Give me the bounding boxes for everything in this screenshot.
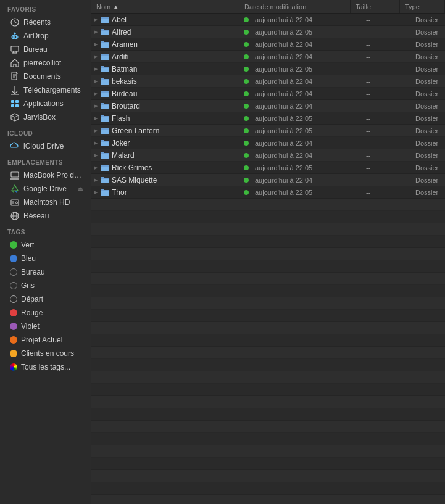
file-type: Dossier xyxy=(412,28,445,36)
file-name-col: Alfred xyxy=(112,28,241,36)
column-type[interactable]: Type xyxy=(400,0,445,13)
status-dot xyxy=(244,30,249,35)
sidebar-item-macintosh-hd[interactable]: Macintosh HD xyxy=(2,196,88,209)
expand-arrow[interactable]: ▶ xyxy=(91,104,100,109)
expand-arrow[interactable]: ▶ xyxy=(91,190,100,195)
file-name-col: Joker xyxy=(112,139,241,147)
column-nom[interactable]: Nom ▲ xyxy=(91,0,239,13)
empty-row xyxy=(91,445,445,458)
expand-arrow[interactable]: ▶ xyxy=(91,79,100,84)
svg-marker-7 xyxy=(14,32,16,34)
file-name: Arditi xyxy=(112,52,128,61)
svg-point-5 xyxy=(14,36,15,38)
sidebar-item-documents[interactable]: Documents xyxy=(2,70,88,83)
expand-arrow[interactable]: ▶ xyxy=(91,178,100,183)
file-date: aujourd'hui à 22:04 xyxy=(251,53,362,60)
sidebar-item-macbook[interactable]: MacBook Pro de Pi... xyxy=(2,168,88,182)
file-size: -- xyxy=(362,65,412,73)
table-row[interactable]: ▶SAS Miquetteaujourd'hui à 22:04--Dossie… xyxy=(91,174,445,186)
file-name-col: Rick Grimes xyxy=(112,163,241,172)
table-row[interactable]: ▶Thoraujourd'hui à 22:05--Dossier xyxy=(91,186,445,199)
table-row[interactable]: ▶Batmanaujourd'hui à 22:05--Dossier xyxy=(91,63,445,75)
file-name-col: Birdeau xyxy=(112,89,241,98)
file-date: aujourd'hui à 22:04 xyxy=(251,139,362,147)
sidebar-item-bureau[interactable]: Bureau xyxy=(2,43,88,56)
expand-arrow[interactable]: ▶ xyxy=(91,128,100,133)
expand-arrow[interactable]: ▶ xyxy=(91,30,100,35)
sidebar-item-gris[interactable]: Gris xyxy=(2,279,88,292)
file-size: -- xyxy=(362,139,412,147)
sidebar-item-pierrecolliot[interactable]: pierrecolliot xyxy=(2,56,88,70)
column-taille[interactable]: Taille xyxy=(351,0,400,13)
sidebar-item-reseau[interactable]: Réseau xyxy=(2,209,88,223)
sidebar-label-clients: Clients en cours xyxy=(21,349,74,358)
sidebar-item-bureau-tag[interactable]: Bureau xyxy=(2,265,88,279)
sidebar-item-applications[interactable]: Applications xyxy=(2,97,88,110)
sidebar-item-projet-actuel[interactable]: Projet Actuel xyxy=(2,333,88,347)
status-dot xyxy=(244,67,249,72)
sidebar-item-jarvisbox[interactable]: JarvisBox xyxy=(2,110,88,124)
table-row[interactable]: ▶bekasisaujourd'hui à 22:04--Dossier xyxy=(91,75,445,88)
expand-arrow[interactable]: ▶ xyxy=(91,67,100,72)
table-row[interactable]: ▶Abelaujourd'hui à 22:04--Dossier xyxy=(91,14,445,26)
sidebar-item-violet[interactable]: Violet xyxy=(2,320,88,333)
section-header-favoris: Favoris xyxy=(0,0,91,15)
expand-arrow[interactable]: ▶ xyxy=(91,17,100,22)
sidebar-item-vert[interactable]: Vert xyxy=(2,238,88,252)
status-dot xyxy=(244,42,249,47)
file-name: Thor xyxy=(112,188,127,197)
table-row[interactable]: ▶Green Lanternaujourd'hui à 22:05--Dossi… xyxy=(91,125,445,137)
col-taille-label: Taille xyxy=(356,3,371,10)
tag-dot-projet-actuel xyxy=(10,336,17,344)
expand-arrow[interactable]: ▶ xyxy=(91,54,100,59)
sidebar-item-airdrop[interactable]: AirDrop xyxy=(2,29,88,43)
status-dot xyxy=(244,178,249,183)
file-date: aujourd'hui à 22:05 xyxy=(251,127,362,134)
sidebar-item-depart[interactable]: Départ xyxy=(2,292,88,306)
file-status xyxy=(241,54,251,59)
col-nom-label: Nom xyxy=(96,3,110,10)
file-type: Dossier xyxy=(412,139,445,147)
file-status xyxy=(241,116,251,121)
expand-arrow[interactable]: ▶ xyxy=(91,141,100,146)
table-row[interactable]: ▶Rick Grimesaujourd'hui à 22:05--Dossier xyxy=(91,162,445,174)
table-row[interactable]: ▶Malardaujourd'hui à 22:04--Dossier xyxy=(91,149,445,162)
sidebar-item-tous-tags[interactable]: Tous les tags... xyxy=(2,360,88,374)
sidebar-item-recents[interactable]: Récents xyxy=(2,15,88,29)
file-size: -- xyxy=(362,78,412,85)
file-type: Dossier xyxy=(412,115,445,122)
expand-arrow[interactable]: ▶ xyxy=(91,153,100,158)
sidebar-item-rouge[interactable]: Rouge xyxy=(2,306,88,320)
expand-arrow[interactable]: ▶ xyxy=(91,116,100,121)
file-size: -- xyxy=(362,90,412,97)
sidebar-item-bleu[interactable]: Bleu xyxy=(2,252,88,265)
sidebar-item-icloud-drive[interactable]: iCloud Drive xyxy=(2,139,88,153)
file-date: aujourd'hui à 22:04 xyxy=(251,90,362,97)
sidebar-item-telechargements[interactable]: Téléchargements xyxy=(2,83,88,97)
sidebar-label-recents: Récents xyxy=(23,18,51,27)
sidebar-label-jarvisbox: JarvisBox xyxy=(23,113,56,122)
sidebar-item-clients[interactable]: Clients en cours xyxy=(2,347,88,360)
table-row[interactable]: ▶Jokeraujourd'hui à 22:04--Dossier xyxy=(91,137,445,149)
file-type: Dossier xyxy=(412,164,445,171)
table-row[interactable]: ▶Alfredaujourd'hui à 22:05--Dossier xyxy=(91,26,445,38)
folder-icon xyxy=(100,114,110,123)
file-name: bekasis xyxy=(112,77,137,86)
table-row[interactable]: ▶Arditiaujourd'hui à 22:04--Dossier xyxy=(91,51,445,63)
column-date[interactable]: Date de modification xyxy=(239,0,351,13)
sidebar-label-bleu: Bleu xyxy=(21,254,36,263)
table-row[interactable]: ▶Flashaujourd'hui à 22:05--Dossier xyxy=(91,112,445,125)
table-row[interactable]: ▶Birdeauaujourd'hui à 22:04--Dossier xyxy=(91,88,445,100)
expand-arrow[interactable]: ▶ xyxy=(91,42,100,47)
file-name: Broutard xyxy=(112,102,140,110)
file-date: aujourd'hui à 22:05 xyxy=(251,115,362,122)
expand-arrow[interactable]: ▶ xyxy=(91,165,100,170)
sidebar-item-google-drive[interactable]: Google Drive⏏ xyxy=(2,182,88,196)
table-row[interactable]: ▶Broutardaujourd'hui à 22:04--Dossier xyxy=(91,100,445,112)
file-name-col: Arditi xyxy=(112,52,241,61)
svg-rect-20 xyxy=(11,104,14,107)
expand-arrow[interactable]: ▶ xyxy=(91,91,100,96)
file-size: -- xyxy=(362,28,412,36)
file-name: Malard xyxy=(112,151,135,160)
table-row[interactable]: ▶Aramenaujourd'hui à 22:04--Dossier xyxy=(91,38,445,51)
